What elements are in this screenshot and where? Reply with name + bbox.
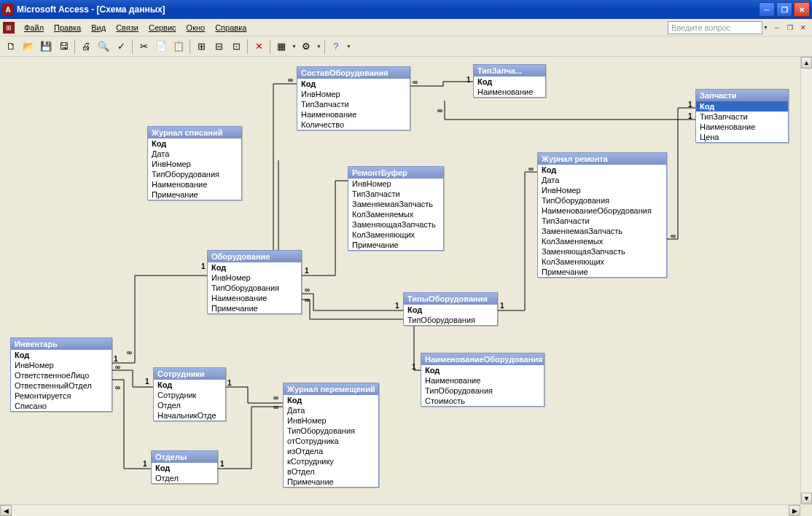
field[interactable]: вОтдел bbox=[284, 466, 378, 477]
field[interactable]: ИнвНомер bbox=[148, 159, 241, 169]
scroll-right-button[interactable]: ▶ bbox=[789, 505, 800, 516]
table-title[interactable]: Сотрудники bbox=[154, 368, 225, 380]
field[interactable]: Стоимость bbox=[421, 396, 544, 406]
field[interactable]: КолЗаменяемых bbox=[348, 209, 443, 219]
tools-button[interactable]: ⚙ bbox=[298, 39, 314, 55]
table-sostav[interactable]: СоставОборудованияКодИнвНомерТипЗапчасти… bbox=[297, 66, 410, 130]
field[interactable]: Примечание bbox=[538, 267, 666, 277]
field[interactable]: НаименованиеОборудования bbox=[538, 206, 666, 216]
table-sotrudniki[interactable]: СотрудникиКодСотрудникОтделНачальникОтде bbox=[153, 367, 226, 421]
field[interactable]: Дата bbox=[538, 175, 666, 185]
close-button[interactable]: ✕ bbox=[794, 2, 810, 17]
table-zapchasti[interactable]: ЗапчастиКодТипЗапчастиНаименованиеЦена bbox=[695, 89, 789, 143]
field[interactable]: Код bbox=[404, 305, 497, 315]
table-tipzap[interactable]: ТипЗапча...КодНаименование bbox=[473, 64, 546, 98]
field[interactable]: Код bbox=[154, 380, 225, 390]
field[interactable]: Наименование bbox=[208, 293, 301, 303]
field[interactable]: ИнвНомер bbox=[538, 185, 666, 195]
help-search-input[interactable]: Введите вопрос bbox=[668, 21, 762, 34]
field[interactable]: Код bbox=[284, 395, 378, 405]
field[interactable]: Примечание bbox=[148, 189, 241, 200]
vertical-scrollbar[interactable]: ▲ ▼ bbox=[800, 57, 812, 504]
field[interactable]: Наименование bbox=[696, 122, 788, 132]
table-title[interactable]: Журнал перемещений bbox=[284, 383, 378, 395]
field[interactable]: Код bbox=[421, 365, 544, 375]
table-remontbuf[interactable]: РемонтБуферИнвНомерТипЗапчастиЗаменяемая… bbox=[348, 166, 444, 251]
saveas-button[interactable]: 🖫 bbox=[55, 39, 71, 55]
field[interactable]: Наименование bbox=[297, 109, 410, 120]
table-title[interactable]: НаименованиеОборудования bbox=[421, 353, 544, 365]
field[interactable]: ТипЗапчасти bbox=[297, 99, 410, 109]
field[interactable]: ТипОборудования bbox=[284, 426, 378, 436]
field[interactable]: КолЗаменяющих bbox=[348, 230, 443, 240]
field[interactable]: ТипОборудования bbox=[208, 283, 301, 293]
show-table-button[interactable]: ⊞ bbox=[193, 39, 209, 55]
field[interactable]: Цена bbox=[696, 132, 788, 142]
horizontal-scrollbar[interactable]: ◀ ▶ bbox=[0, 504, 800, 516]
print-button[interactable]: 🖨 bbox=[78, 39, 94, 55]
field[interactable]: Наименование bbox=[148, 179, 241, 189]
field[interactable]: ТипЗапчасти bbox=[538, 216, 666, 226]
field[interactable]: Код bbox=[152, 463, 217, 473]
table-title[interactable]: Журнал списаний bbox=[148, 127, 241, 138]
table-title[interactable]: Журнал ремонта bbox=[538, 153, 666, 165]
menu-view[interactable]: Вид bbox=[86, 21, 111, 34]
doc-close-button[interactable]: ✕ bbox=[797, 22, 809, 33]
minimize-button[interactable]: ─ bbox=[759, 2, 775, 17]
field[interactable]: ТипЗапчасти bbox=[696, 112, 788, 122]
field[interactable]: Код bbox=[208, 262, 301, 273]
table-title[interactable]: РемонтБуфер bbox=[348, 167, 443, 179]
help-button[interactable]: ? bbox=[328, 39, 344, 55]
scroll-down-button[interactable]: ▼ bbox=[801, 493, 812, 504]
help-dropdown-icon[interactable]: ▼ bbox=[762, 25, 768, 30]
save-button[interactable]: 💾 bbox=[38, 39, 54, 55]
field[interactable]: Примечание bbox=[284, 477, 378, 487]
field[interactable]: кСотруднику bbox=[284, 456, 378, 466]
field[interactable]: ТипОборудования bbox=[538, 195, 666, 206]
field[interactable]: Сотрудник bbox=[154, 390, 225, 400]
field[interactable]: ОтветственноеЛицо bbox=[11, 370, 112, 380]
field[interactable]: ЗаменяемаяЗапчасть bbox=[348, 199, 443, 209]
field[interactable]: Наименование bbox=[474, 87, 545, 97]
field[interactable]: Дата bbox=[148, 149, 241, 159]
table-title[interactable]: СоставОборудования bbox=[297, 67, 410, 79]
field[interactable]: отСотрудника bbox=[284, 436, 378, 446]
field[interactable]: Код bbox=[474, 77, 545, 87]
cut-button[interactable]: ✂ bbox=[136, 39, 152, 55]
scroll-left-button[interactable]: ◀ bbox=[0, 505, 12, 516]
scroll-track[interactable] bbox=[12, 505, 789, 516]
field[interactable]: Код bbox=[696, 101, 788, 112]
field[interactable]: ТипОборудования bbox=[148, 169, 241, 179]
field[interactable]: КолЗаменяемых bbox=[538, 236, 666, 246]
field[interactable]: Количество bbox=[297, 120, 410, 130]
field[interactable]: ЗаменяющаяЗапчасть bbox=[348, 219, 443, 230]
scroll-track[interactable] bbox=[801, 69, 812, 493]
field[interactable]: НачальникОтде bbox=[154, 410, 225, 421]
paste-button[interactable]: 📋 bbox=[171, 39, 187, 55]
field[interactable]: Примечание bbox=[208, 303, 301, 313]
field[interactable]: Код bbox=[297, 79, 410, 89]
new-button[interactable]: 🗋 bbox=[3, 39, 19, 55]
copy-button[interactable]: 📄 bbox=[153, 39, 169, 55]
menu-edit[interactable]: Правка bbox=[49, 21, 86, 34]
field[interactable]: Код bbox=[11, 350, 112, 360]
menu-file[interactable]: Файл bbox=[19, 21, 49, 34]
table-title[interactable]: Инвентарь bbox=[11, 338, 112, 350]
doc-minimize-button[interactable]: ─ bbox=[771, 22, 783, 33]
field[interactable]: ИнвНомер bbox=[11, 360, 112, 370]
direct-rel-button[interactable]: ⊟ bbox=[211, 39, 227, 55]
field[interactable]: ИнвНомер bbox=[297, 89, 410, 99]
menu-relations[interactable]: Связи bbox=[111, 21, 144, 34]
all-rel-button[interactable]: ⊡ bbox=[228, 39, 244, 55]
table-zhurnal_per[interactable]: Журнал перемещенийКодДатаИнвНомерТипОбор… bbox=[283, 383, 379, 488]
table-title[interactable]: ТипыОборудования bbox=[404, 293, 497, 305]
delete-button[interactable]: ✕ bbox=[251, 39, 267, 55]
table-zhurnal_sp[interactable]: Журнал списанийКодДатаИнвНомерТипОборудо… bbox=[147, 126, 242, 200]
table-tipyoborud[interactable]: ТипыОборудованияКодТипОборудования bbox=[403, 292, 498, 326]
field[interactable]: КолЗаменяющих bbox=[538, 257, 666, 267]
scroll-up-button[interactable]: ▲ bbox=[801, 57, 812, 69]
field[interactable]: Примечание bbox=[348, 240, 443, 250]
field[interactable]: ТипЗапчасти bbox=[348, 189, 443, 199]
maximize-button[interactable]: ❐ bbox=[776, 2, 792, 17]
table-oborud[interactable]: ОборудованиеКодИнвНомерТипОборудованияНа… bbox=[207, 250, 302, 314]
